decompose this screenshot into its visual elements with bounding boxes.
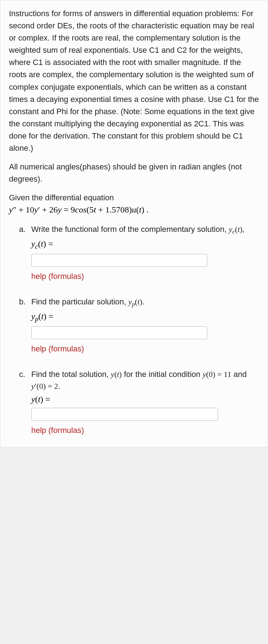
differential-equation: y″ + 10y′ + 26y = 9cos(5t + 1.5708)u(t) … — [9, 205, 259, 215]
part-b-prompt: Find the particular solution, yp(t). — [31, 297, 144, 306]
yc-symbol: yc(t) — [229, 225, 242, 234]
part-b-answer-label: yp(t) = — [31, 310, 259, 324]
part-a-marker: a. — [19, 223, 26, 235]
part-a: a. Write the functional form of the comp… — [19, 223, 259, 282]
part-c: c. Find the total solution, y(t) for the… — [19, 368, 259, 436]
parts-list: a. Write the functional form of the comp… — [9, 223, 259, 436]
part-a-prompt: Write the functional form of the complem… — [31, 225, 245, 234]
part-a-input[interactable] — [31, 254, 207, 267]
part-b: b. Find the particular solution, yp(t). … — [19, 296, 259, 355]
y-symbol: y(t) — [111, 370, 122, 379]
part-c-help-link[interactable]: help (formulas) — [31, 426, 84, 435]
given-label: Given the differential equation — [9, 192, 259, 204]
part-b-input[interactable] — [31, 326, 207, 339]
yp-symbol: yp(t) — [128, 297, 142, 306]
part-c-answer-label: y(t) = — [31, 393, 259, 406]
problem-container: Instructions for forms of answers in dif… — [0, 0, 268, 447]
instructions-text: Instructions for forms of answers in dif… — [9, 8, 259, 154]
initial-cond-1: y(0) = 11 — [203, 370, 231, 379]
part-c-input[interactable] — [31, 408, 218, 421]
part-c-prompt: Find the total solution, y(t) for the in… — [31, 370, 247, 391]
part-a-answer-label: yc(t) = — [31, 237, 259, 252]
part-b-help-link[interactable]: help (formulas) — [31, 344, 84, 353]
part-a-help-link[interactable]: help (formulas) — [31, 272, 84, 281]
part-c-marker: c. — [19, 368, 25, 380]
angles-note: All numerical angles(phases) should be g… — [9, 161, 259, 185]
initial-cond-2: y′(0) = 2 — [31, 382, 58, 391]
part-b-marker: b. — [19, 296, 26, 308]
